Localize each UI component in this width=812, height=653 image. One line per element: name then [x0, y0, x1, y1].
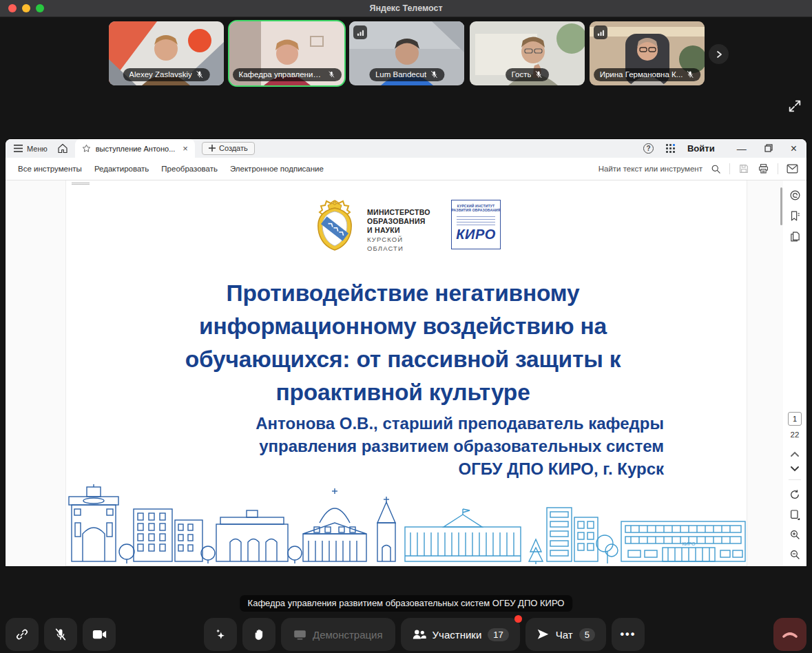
minimize-window-button[interactable]	[22, 4, 30, 12]
document-scrollbar[interactable]	[780, 187, 782, 225]
pdf-document-tab[interactable]: выступление Антоно... ×	[75, 139, 195, 158]
participants-label: Участники	[433, 629, 482, 641]
toolbar-item-all-tools[interactable]: Все инструменты	[18, 165, 82, 173]
participant-name: Гость	[512, 70, 532, 79]
slide-subtitle: Антонова О.В., старший преподаватель каф…	[225, 412, 664, 480]
slide-subtitle-line: ОГБУ ДПО КИРО, г. Курск	[225, 457, 664, 480]
more-options-button[interactable]: •••	[612, 618, 645, 651]
kiro-logo-fineprint	[457, 214, 495, 225]
notification-dot	[514, 615, 522, 623]
email-icon[interactable]	[787, 164, 798, 174]
mic-muted-icon	[196, 70, 204, 79]
ministry-line: МИНИСТЕРСТВО	[367, 208, 441, 217]
ministry-logo-text: МИНИСТЕРСТВО ОБРАЗОВАНИЯ И НАУКИ КУРСКОЙ…	[367, 200, 441, 253]
link-icon	[15, 628, 29, 641]
document-page: МИНИСТЕРСТВО ОБРАЗОВАНИЯ И НАУКИ КУРСКОЙ…	[65, 180, 747, 566]
next-page-icon[interactable]	[791, 466, 799, 472]
send-plane-icon	[537, 629, 550, 641]
slide-subtitle-line: Антонова О.В., старший преподаватель каф…	[225, 412, 664, 435]
chat-button[interactable]: Чат 5	[525, 618, 606, 651]
print-icon[interactable]	[758, 163, 769, 174]
ministry-line: ОБЛАСТИ	[367, 245, 441, 253]
kiro-wordmark: КИРО	[456, 227, 496, 242]
screen-share-icon	[293, 630, 306, 640]
kiro-logo-line: РАЗВИТИЯ ОБРАЗОВАНИЯ	[451, 208, 500, 212]
toolbar-item-esign[interactable]: Электронное подписание	[230, 165, 324, 173]
participant-name-pill: Ирина Германовна К...	[594, 68, 701, 81]
fullscreen-toggle-button[interactable]	[786, 97, 804, 115]
pdf-home-button[interactable]	[57, 143, 68, 154]
raise-hand-button[interactable]	[242, 618, 275, 651]
participants-button[interactable]: Участники 17	[401, 618, 520, 651]
pdf-content-area: МИНИСТЕРСТВО ОБРАЗОВАНИЯ И НАУКИ КУРСКОЙ…	[6, 180, 806, 566]
rotate-page-icon[interactable]	[789, 489, 800, 500]
zoom-in-icon[interactable]	[789, 529, 800, 540]
microphone-button[interactable]	[44, 618, 77, 651]
help-icon[interactable]: ?	[643, 143, 654, 154]
pdf-tabbar: Меню выступление Антоно... × Создать ? В…	[6, 139, 806, 158]
create-label: Создать	[219, 144, 248, 152]
zoom-out-icon[interactable]	[789, 549, 800, 560]
login-button[interactable]: Войти	[687, 143, 715, 154]
toolbar-item-edit[interactable]: Редактировать	[94, 165, 149, 173]
comments-icon[interactable]	[789, 189, 801, 201]
ministry-line: КУРСКОЙ	[367, 236, 441, 244]
pdf-restore-button[interactable]	[764, 144, 773, 154]
pdf-menu-button[interactable]: Меню	[14, 145, 48, 153]
search-icon[interactable]	[711, 164, 721, 174]
connection-quality-icon	[594, 25, 607, 39]
pdf-toolbar: Все инструменты Редактировать Преобразов…	[6, 158, 806, 180]
pdf-page-navigation: 1 22	[783, 412, 806, 560]
slide-title-line: проактивной культуре	[66, 376, 740, 409]
participants-count-badge: 17	[488, 628, 508, 641]
tab-title: выступление Антоно...	[96, 145, 176, 153]
participant-tile[interactable]: Alexey Zaslavskiy	[109, 21, 224, 85]
participant-name-pill: Alexey Zaslavskiy	[123, 68, 209, 81]
effects-button[interactable]	[204, 618, 237, 651]
share-screen-label: Демонстрация	[313, 629, 383, 641]
participant-tile-active-speaker[interactable]: Кафедра управления ра...	[229, 21, 344, 85]
share-screen-button[interactable]: Демонстрация	[281, 618, 395, 651]
phone-hangup-icon	[782, 630, 798, 639]
find-tool-label[interactable]: Найти текст или инструмент	[598, 165, 702, 173]
kursk-coat-of-arms	[312, 200, 357, 251]
total-pages-label: 22	[791, 431, 800, 439]
bookmarks-icon[interactable]	[789, 210, 801, 222]
apps-grid-icon[interactable]	[666, 144, 675, 153]
participant-tile[interactable]: Гость	[470, 21, 585, 85]
sparkle-icon	[214, 628, 227, 641]
participant-tile[interactable]: Lum Bandecut	[349, 21, 464, 85]
star-icon	[82, 144, 91, 153]
tab-close-icon[interactable]: ×	[183, 143, 188, 154]
pdf-close-button[interactable]: ×	[791, 143, 797, 154]
page-thumbnails-icon[interactable]	[789, 231, 801, 242]
current-page-input[interactable]: 1	[788, 412, 802, 426]
pdf-minimize-button[interactable]: —	[737, 144, 747, 154]
fit-page-icon[interactable]	[789, 509, 800, 520]
slide-title-line: обучающихся: от пассивной защиты к	[66, 343, 740, 376]
copy-link-button[interactable]	[6, 618, 39, 651]
camera-icon	[92, 629, 107, 640]
participant-name-pill: Кафедра управления ра...	[233, 68, 342, 81]
kiro-institute-logo: КУРСКИЙ ИНСТИТУТ РАЗВИТИЯ ОБРАЗОВАНИЯ КИ…	[451, 200, 501, 249]
skyline-kiro-label: КИРО	[682, 541, 696, 546]
leave-call-button[interactable]	[773, 618, 806, 651]
participant-name-pill: Lum Bandecut	[369, 68, 444, 81]
zoom-window-button[interactable]	[36, 4, 44, 12]
camera-button[interactable]	[83, 618, 116, 651]
participant-tile[interactable]: Ирина Германовна К...	[590, 21, 705, 85]
save-icon[interactable]	[738, 163, 749, 174]
toolbar-item-convert[interactable]: Преобразовать	[161, 165, 218, 173]
create-tab-button[interactable]: Создать	[202, 142, 255, 155]
mic-muted-icon	[54, 628, 67, 641]
next-participants-button[interactable]	[709, 44, 729, 64]
hamburger-icon	[14, 145, 23, 152]
connection-quality-icon	[353, 25, 367, 39]
mic-muted-icon	[686, 70, 694, 79]
participant-name: Lum Bandecut	[375, 70, 426, 79]
mic-muted-icon	[328, 70, 335, 79]
slide-title-line: информационному воздействию на	[66, 310, 740, 343]
previous-page-icon[interactable]	[791, 451, 799, 457]
people-icon	[412, 629, 426, 640]
close-window-button[interactable]	[8, 4, 17, 12]
